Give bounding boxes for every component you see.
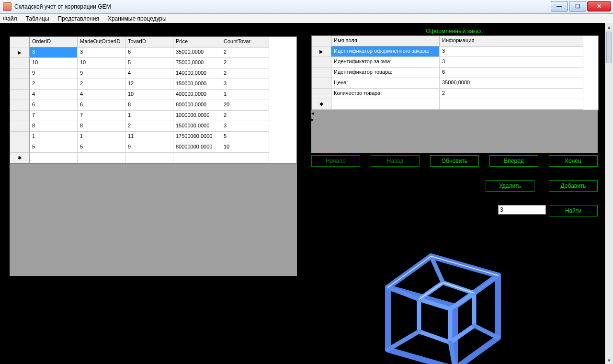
refresh-button[interactable]: Обновить [430,155,479,167]
maximize-button[interactable]: ☐ [569,1,586,11]
cell[interactable]: 10 [221,142,269,153]
col-header[interactable]: TovarID [125,37,173,47]
table-row[interactable]: 4410400000,00001 [10,90,296,100]
col-header[interactable]: Price [173,37,221,47]
cell[interactable]: Количество товара: [331,89,440,99]
cell[interactable]: 9 [78,68,125,79]
scroll-down-icon[interactable]: ▾ [605,356,613,364]
cell[interactable]: 3 [440,46,583,57]
scroll-left-icon[interactable]: ◂ [311,110,598,116]
cell[interactable]: 8 [78,121,125,132]
cell[interactable]: 400000,0000 [173,90,221,100]
col-header[interactable]: Информация [440,36,583,46]
cell[interactable]: 6 [30,100,78,111]
table-row[interactable]: ▶Идентификатор оформленного заказа:3 [312,46,598,57]
table-row[interactable]: 2212150000,00003 [10,79,296,90]
begin-button[interactable]: Начало [311,155,360,167]
cell[interactable]: 1000000,0000 [173,111,221,121]
cell[interactable]: 140000,0000 [173,68,221,79]
cell[interactable]: 11 [125,132,173,142]
cell[interactable]: Идентификатор заказа: [331,57,440,68]
col-header[interactable]: MadeOutOrderID [78,37,125,47]
cell[interactable] [173,153,221,163]
cell[interactable]: 9 [30,68,78,79]
vscroll-thumb[interactable] [606,32,612,63]
table-row[interactable]: 994140000,00002 [10,68,296,79]
scroll-right-icon[interactable]: ▸ [311,116,598,123]
cell[interactable]: 2 [221,111,269,121]
table-row[interactable]: 1010575000,00002 [10,58,296,68]
cell[interactable]: 8 [30,121,78,132]
cell[interactable]: 10 [78,58,125,68]
col-header[interactable]: CountTovar [221,37,269,47]
main-vscrollbar[interactable]: ▴ ▾ [605,23,613,364]
cell[interactable]: 7 [78,111,125,121]
cell[interactable]: 80000000,0000 [173,142,221,153]
table-row[interactable]: Идентификатор заказа:3 [312,57,598,68]
table-row[interactable]: 668800000,000020 [10,100,296,111]
delete-button[interactable]: Удалить [486,180,534,192]
col-header[interactable]: Имя поля [331,36,440,46]
cell[interactable]: 5 [30,142,78,153]
cell[interactable]: 1 [125,111,173,121]
cell[interactable]: Цена: [331,78,440,89]
table-row[interactable]: Цена:35000,0000 [312,78,598,89]
cell[interactable]: 6 [125,47,173,58]
table-row[interactable]: 111117500000,00005 [10,132,296,142]
cell[interactable]: 3 [30,47,78,58]
col-header[interactable]: OrderID [30,37,78,47]
cell[interactable]: 1 [221,90,269,100]
cell[interactable]: 3 [78,47,125,58]
cell[interactable]: 2 [221,58,269,68]
cell[interactable] [125,153,173,163]
cell[interactable]: 17500000,0000 [173,132,221,142]
new-row[interactable]: ✱ [10,153,296,163]
cell[interactable]: 2 [30,79,78,90]
cell[interactable]: 9 [125,142,173,153]
cell[interactable]: 4 [78,90,125,100]
minimize-button[interactable]: — [551,1,568,11]
cell[interactable]: 4 [30,90,78,100]
table-row[interactable]: ▶33635000,00002 [10,47,296,58]
cell[interactable]: 20 [221,100,269,111]
cell[interactable]: 35000,0000 [173,47,221,58]
new-row[interactable]: ✱ [312,99,598,110]
add-button[interactable]: Добавить [549,180,598,192]
close-button[interactable]: ✕ [587,1,611,11]
cell[interactable]: 12 [125,79,173,90]
cell[interactable]: 2 [125,121,173,132]
find-button[interactable]: Найти [549,205,598,216]
menu-views[interactable]: Представления [58,15,99,22]
cell[interactable]: 7 [30,111,78,121]
cell[interactable]: 1 [78,132,125,142]
cell[interactable]: 3 [440,57,583,68]
cell[interactable]: 3 [221,121,269,132]
cell[interactable]: 6 [440,68,583,78]
cell[interactable] [30,153,78,163]
detail-grid[interactable]: Имя поляИнформация▶Идентификатор оформле… [311,35,599,110]
cell[interactable]: 1500000,0000 [173,121,221,132]
menu-tables[interactable]: Таблицы [26,15,49,22]
cell[interactable] [440,99,583,110]
cell[interactable] [78,153,125,163]
forward-button[interactable]: Вперед [489,155,538,167]
cell[interactable]: 800000,0000 [173,100,221,111]
cell[interactable]: 8 [125,100,173,111]
cell[interactable]: 35000,0000 [440,78,583,89]
cell[interactable]: 10 [30,58,78,68]
table-row[interactable]: Количество товара:2 [312,89,598,99]
cell[interactable]: Идентификатор товара: [331,68,440,78]
cell[interactable]: 2 [78,79,125,90]
cell[interactable]: 5 [221,132,269,142]
cell[interactable] [221,153,269,163]
end-button[interactable]: Конец [549,155,598,167]
menu-file[interactable]: Файл [3,15,17,22]
cell[interactable]: Идентификатор оформленного заказа: [331,46,440,57]
cell[interactable]: 2 [440,89,583,99]
cell[interactable]: 5 [78,142,125,153]
cell[interactable]: 2 [221,47,269,58]
back-button[interactable]: Назад [371,155,420,167]
cell[interactable]: 150000,0000 [173,79,221,90]
cell[interactable]: 1 [30,132,78,142]
orders-grid[interactable]: OrderIDMadeOutOrderIDTovarIDPriceCountTo… [10,36,297,164]
